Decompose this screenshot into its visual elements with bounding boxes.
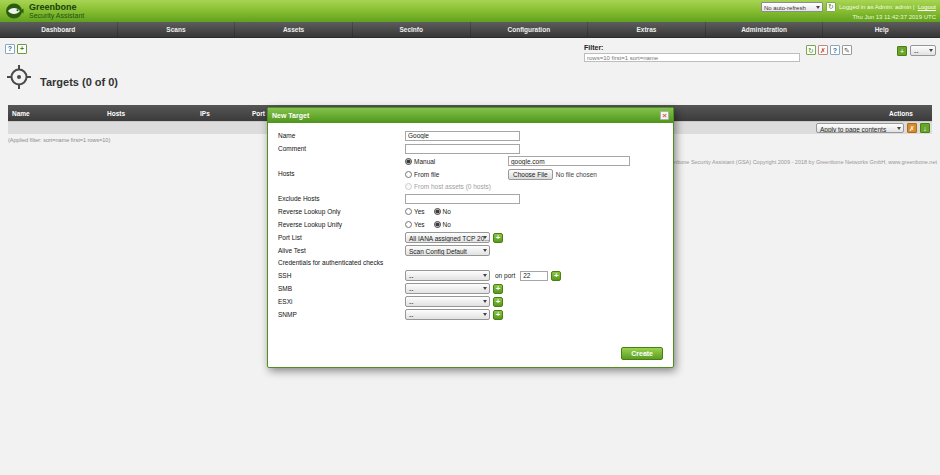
smb-credential-select[interactable]: -- (405, 283, 490, 294)
applied-filter-text: (Applied filter: sort=name first=1 rows=… (8, 137, 110, 143)
filter-clear-icon[interactable]: ✗ (818, 45, 828, 55)
filter-edit-icon[interactable]: ✎ (842, 45, 852, 55)
column-header-hosts[interactable]: Hosts (103, 110, 196, 117)
credentials-section-label: Credentials for authenticated checks (278, 259, 663, 266)
exclude-hosts-input[interactable] (405, 194, 520, 204)
filter-icons: ↻ ✗ ? ✎ (806, 45, 852, 55)
rlo-no-label: No (443, 208, 451, 215)
rlo-no-radio[interactable] (434, 208, 441, 215)
smb-credential-value: -- (409, 286, 413, 293)
new-snmp-credential-icon[interactable]: + (493, 310, 503, 320)
alive-test-label: Alive Test (278, 247, 405, 254)
nav-administration[interactable]: Administration (706, 22, 824, 37)
hosts-from-file-label: From file (414, 171, 439, 178)
ssh-label: SSH (278, 272, 405, 279)
hosts-manual-radio[interactable] (405, 158, 412, 165)
esxi-label: ESXi (278, 298, 405, 305)
snmp-credential-select[interactable]: -- (405, 309, 490, 320)
new-smb-credential-icon[interactable]: + (493, 284, 503, 294)
column-header-actions: Actions (885, 110, 932, 117)
hosts-from-file-radio[interactable] (405, 171, 412, 178)
nav-secinfo[interactable]: SecInfo (353, 22, 471, 37)
copyright-text: Greenbone Security Assistant (GSA) Copyr… (662, 159, 937, 165)
exclude-hosts-label: Exclude Hosts (278, 195, 405, 202)
target-icon (6, 64, 32, 90)
choose-file-button[interactable]: Choose File (508, 169, 553, 180)
filter-help-icon[interactable]: ? (830, 45, 840, 55)
filter-block: Filter: (584, 44, 800, 62)
dialog-titlebar[interactable]: New Target × (268, 108, 673, 123)
filter-refresh-icon[interactable]: ↻ (806, 45, 816, 55)
port-list-select[interactable]: All IANA assigned TCP 20... (405, 232, 490, 243)
ssh-port-input[interactable] (520, 271, 548, 281)
nav-extras[interactable]: Extras (588, 22, 706, 37)
reverse-lookup-unify-row: Reverse Lookup Unify Yes No (278, 219, 663, 230)
comment-row: Comment (278, 143, 663, 154)
hosts-from-file-option[interactable]: From file (405, 171, 505, 178)
filter-input[interactable] (584, 53, 800, 62)
nav-assets[interactable]: Assets (235, 22, 353, 37)
create-button[interactable]: Create (621, 347, 663, 360)
nav-configuration[interactable]: Configuration (471, 22, 589, 37)
name-label: Name (278, 132, 405, 139)
app-header: Greenbone Security Assistant No auto-ref… (0, 0, 940, 22)
rlu-no-option[interactable]: No (434, 221, 451, 228)
column-header-name[interactable]: Name (8, 110, 103, 117)
rlo-yes-option[interactable]: Yes (405, 208, 425, 215)
hosts-assets-option: From host assets (0 hosts) (405, 183, 491, 190)
saved-filters-value: -- (914, 48, 918, 55)
page-title: Targets (0 of 0) (40, 76, 118, 90)
hosts-manual-label: Manual (414, 158, 435, 165)
esxi-credential-select[interactable]: -- (405, 296, 490, 307)
name-input[interactable] (405, 131, 520, 141)
auto-refresh-select[interactable]: No auto-refresh (761, 2, 823, 12)
on-port-label: on port (495, 272, 515, 279)
auto-refresh-value: No auto-refresh (764, 5, 806, 11)
export-icon[interactable]: ↓ (920, 123, 930, 133)
rlu-yes-radio[interactable] (405, 221, 412, 228)
rlu-yes-option[interactable]: Yes (405, 221, 425, 228)
rlo-yes-radio[interactable] (405, 208, 412, 215)
trashcan-icon[interactable]: ✗ (907, 123, 917, 133)
rlo-no-option[interactable]: No (434, 208, 451, 215)
refresh-icon[interactable]: ↻ (826, 2, 836, 12)
snmp-credential-value: -- (409, 312, 413, 319)
new-target-icon[interactable]: + (17, 44, 27, 54)
ssh-credential-value: -- (409, 273, 413, 280)
hosts-manual-option[interactable]: Manual (405, 158, 505, 165)
nav-help[interactable]: Help (823, 22, 940, 37)
column-header-ips[interactable]: IPs (196, 110, 248, 117)
help-icon[interactable]: ? (5, 44, 15, 54)
nav-dashboard[interactable]: Dashboard (0, 22, 118, 37)
hosts-row: Hosts Manual From file (278, 156, 663, 190)
apply-to-page-value: Apply to page contents (820, 126, 886, 133)
hosts-manual-input[interactable] (508, 156, 630, 166)
close-icon[interactable]: × (660, 111, 669, 120)
alive-test-value: Scan Config Default (409, 248, 467, 255)
name-row: Name (278, 130, 663, 141)
comment-input[interactable] (405, 144, 520, 154)
new-ssh-credential-icon[interactable]: + (551, 271, 561, 281)
logo-title: Greenbone (29, 3, 84, 12)
reverse-lookup-unify-label: Reverse Lookup Unify (278, 221, 405, 228)
comment-label: Comment (278, 145, 405, 152)
logout-link[interactable]: Logout (918, 4, 936, 10)
saved-filters-select[interactable]: -- (910, 45, 936, 56)
nav-scans[interactable]: Scans (118, 22, 236, 37)
rlu-yes-label: Yes (414, 221, 425, 228)
esxi-row: ESXi -- + (278, 296, 663, 307)
rlu-no-label: No (443, 221, 451, 228)
apply-to-page-select[interactable]: Apply to page contents (816, 123, 904, 133)
logo-subtitle: Security Assistant (29, 12, 84, 20)
alive-test-select[interactable]: Scan Config Default (405, 245, 490, 256)
saved-filter-controls: + -- (897, 45, 936, 56)
new-esxi-credential-icon[interactable]: + (493, 297, 503, 307)
new-filter-icon[interactable]: + (897, 46, 907, 56)
greenbone-logo[interactable]: Greenbone Security Assistant (0, 2, 84, 20)
targets-heading: Targets (0 of 0) (6, 64, 118, 90)
alive-test-row: Alive Test Scan Config Default (278, 245, 663, 256)
new-port-list-icon[interactable]: + (493, 233, 503, 243)
rlu-no-radio[interactable] (434, 221, 441, 228)
page-action-icons: ? + (5, 44, 27, 54)
ssh-credential-select[interactable]: -- (405, 270, 490, 281)
